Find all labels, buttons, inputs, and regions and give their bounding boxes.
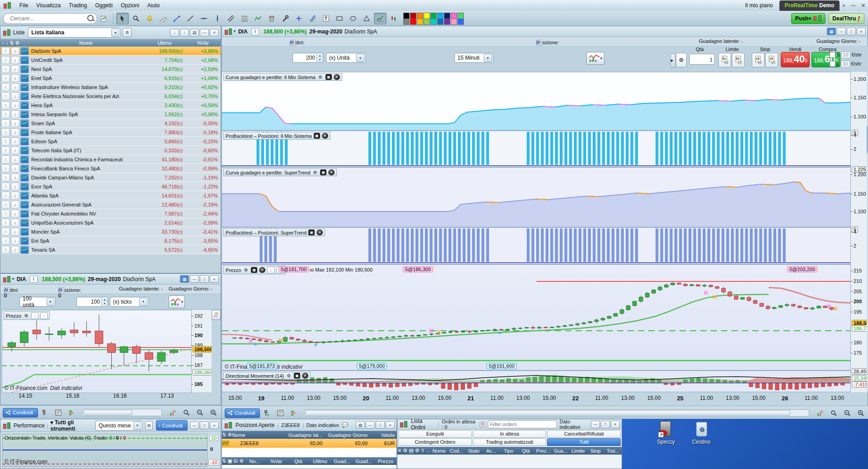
buy-icon[interactable]: ↑: [1, 228, 10, 236]
close-app-icon[interactable]: ✕: [861, 3, 865, 9]
ellipse-tool-icon[interactable]: [347, 13, 359, 24]
open-chart-icon[interactable]: [20, 210, 29, 218]
open-chart-icon[interactable]: [20, 110, 29, 118]
s-checkbox[interactable]: [830, 52, 835, 58]
orders-col[interactable]: Limite: [570, 448, 587, 454]
orders-tab-tutti[interactable]: Tutti: [547, 438, 621, 446]
orders-tab-in-attesa[interactable]: In attesa: [473, 430, 547, 438]
open-chart-icon[interactable]: [20, 192, 29, 200]
zoom-fit-icon[interactable]: [179, 407, 192, 418]
close-mini-button[interactable]: ×: [210, 275, 219, 283]
detail-col[interactable]: Ultimo: [309, 459, 331, 464]
orders-col[interactable]: Gua...: [552, 448, 569, 454]
orders-tab-contingent-orders[interactable]: Contingent Orders: [398, 438, 472, 446]
open-chart-icon[interactable]: [20, 128, 29, 136]
open-chart-icon[interactable]: [20, 56, 29, 64]
watchlist-row[interactable]: ↑↓UnipolSai Assicurazioni SpA2,014(c)-2,…: [0, 218, 221, 227]
detail-col[interactable]: No...: [244, 459, 265, 464]
chart-settings-icon[interactable]: [166, 407, 179, 418]
cursor-tool-icon[interactable]: [116, 13, 129, 24]
palette-color-swatch[interactable]: [410, 13, 416, 19]
channel-tool-icon[interactable]: [225, 13, 237, 24]
orders-col[interactable]: Tipo: [500, 448, 517, 454]
sell-button[interactable]: 188,400: [781, 52, 810, 67]
watchlist-row[interactable]: ↑↓Enel SpA6,915(c)+1,69%: [0, 74, 221, 83]
buy-icon[interactable]: ↑: [1, 119, 10, 127]
equity-supertrend-panel[interactable]: Curva guadagni e perdite: SuperTrend⚙▣✕: [222, 167, 850, 227]
qty-input[interactable]: 1: [689, 54, 715, 65]
open-chart-icon[interactable]: [20, 201, 29, 209]
dealthru-button[interactable]: DealThruƒ: [828, 13, 864, 24]
maximize-positions-button[interactable]: □: [376, 421, 385, 429]
buy-icon[interactable]: ↑: [1, 155, 10, 164]
alert-tool-icon[interactable]: [143, 13, 156, 24]
sell-icon[interactable]: ↓: [11, 201, 19, 209]
wrench-icon[interactable]: ⚙: [286, 373, 292, 379]
sell-icon[interactable]: ↓: [11, 146, 19, 155]
key-levels-icon[interactable]: [38, 407, 51, 418]
triangle-tool-icon[interactable]: [360, 13, 373, 24]
watchlist-row[interactable]: ↑↓Assicurazioni Generali SpA12,480(c)-2,…: [0, 200, 221, 209]
watchlist-row[interactable]: ↑↓Eni SpA8,175(c)-3,55%: [0, 236, 221, 245]
market-depth-icon[interactable]: [288, 407, 300, 419]
buy-icon[interactable]: ↑: [1, 101, 10, 109]
fibonacci-tool-icon[interactable]: [238, 13, 251, 24]
open-chart-icon[interactable]: [20, 101, 29, 109]
close-icon[interactable]: ✕: [316, 230, 323, 235]
palette-color-swatch[interactable]: [430, 19, 437, 25]
scale-down-icon[interactable]: ↓: [267, 267, 274, 273]
minimize-main-button[interactable]: —: [837, 28, 846, 35]
period-select[interactable]: Questo mese▼: [95, 421, 143, 431]
mini-ticks-select[interactable]: (x) ticks▼: [110, 297, 149, 307]
window-icon[interactable]: ▣: [308, 230, 315, 235]
side-orders-toggle-icon[interactable]: [212, 310, 221, 320]
maximize-main-button[interactable]: □: [847, 28, 856, 35]
minimize-orders-button[interactable]: —: [591, 421, 600, 428]
wrench-icon[interactable]: ⚙: [312, 169, 318, 175]
ruler-tool-icon[interactable]: [157, 13, 170, 24]
s-value-input[interactable]: 10: [841, 52, 850, 58]
l-value-input[interactable]: 10: [841, 61, 850, 67]
sell-stop-button[interactable]: [752, 53, 764, 67]
trade-settings-button[interactable]: ⚙: [676, 53, 687, 67]
buy-icon[interactable]: ↑: [1, 219, 10, 227]
open-chart-icon[interactable]: [20, 164, 29, 173]
mini-symbol[interactable]: DIA: [17, 276, 26, 282]
keyboard-icon[interactable]: ▦: [180, 275, 189, 283]
open-chart-icon[interactable]: [20, 237, 29, 245]
push-button[interactable]: Push+: [791, 13, 826, 24]
info-icon[interactable]: i: [30, 276, 38, 283]
close-main-button[interactable]: ×: [857, 28, 866, 35]
sell-icon[interactable]: ↓: [11, 101, 19, 109]
close-icon[interactable]: ✕: [322, 133, 328, 139]
buy-icon[interactable]: ↑: [1, 146, 10, 155]
col-4[interactable]: Valuta: [368, 432, 396, 438]
text-tool-icon[interactable]: [320, 13, 332, 24]
scale-down-icon[interactable]: ↓: [31, 312, 38, 319]
sell-icon[interactable]: ↓: [11, 228, 19, 236]
palette-color-swatch[interactable]: [451, 19, 457, 25]
menu-trading[interactable]: Trading: [69, 2, 87, 9]
palette-color-swatch[interactable]: [417, 13, 423, 19]
sell-icon[interactable]: ↓: [11, 155, 19, 164]
palette-color-swatch[interactable]: [410, 19, 416, 25]
palette-color-swatch[interactable]: [458, 13, 464, 19]
orders-col[interactable]: Nome: [430, 448, 448, 454]
close-icon[interactable]: ✕: [259, 267, 265, 273]
buy-stop-button[interactable]: [765, 53, 778, 67]
open-chart-icon[interactable]: [20, 228, 29, 236]
buy-icon[interactable]: ↑: [1, 65, 10, 73]
zoom-fit-icon[interactable]: [827, 407, 840, 419]
col-3[interactable]: Guadagno Giorno: [322, 432, 368, 438]
mini-price-chart[interactable]: Prezzo ⚙ ↓ ↑ © IT-Finance.comDati indica…: [2, 310, 192, 393]
detail-col[interactable]: Guad...: [353, 459, 374, 464]
segment-tool-icon[interactable]: [184, 13, 197, 24]
window-icon[interactable]: ▣: [314, 133, 320, 139]
open-chart-icon[interactable]: [20, 83, 29, 91]
open-chart-icon[interactable]: [20, 155, 29, 164]
buy-icon[interactable]: ↑: [1, 74, 10, 82]
window-icon[interactable]: ▣: [294, 373, 300, 379]
share-button[interactable]: Condividi: [3, 408, 38, 417]
pin-icon[interactable]: +: [842, 3, 845, 8]
news-icon[interactable]: [274, 407, 287, 419]
